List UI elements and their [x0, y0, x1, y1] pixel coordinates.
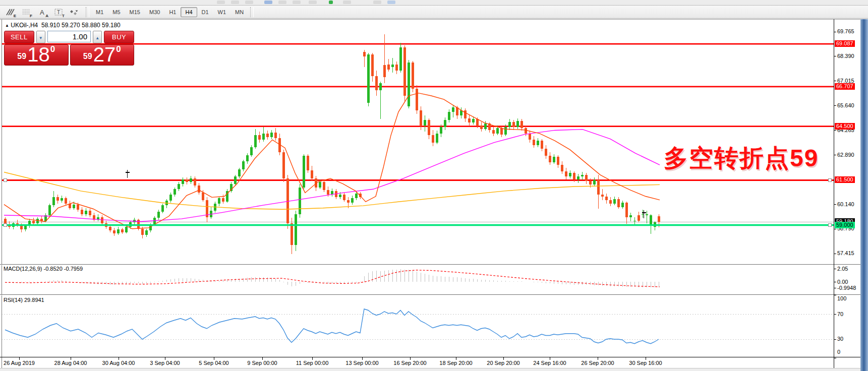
- price-axis-flag: 69.087: [835, 40, 855, 47]
- lot-increase-button[interactable]: ▲: [93, 31, 102, 43]
- time-axis-label: 13 Sep 00:00: [345, 360, 378, 366]
- symbol-timeframe: UKOil-,H4: [11, 22, 38, 29]
- time-axis-label: 20 Sep 20:00: [487, 360, 519, 366]
- macd-axis-label: 2.05: [837, 266, 848, 272]
- time-axis-label: 3 Sep 04:00: [150, 360, 180, 366]
- price-axis-label: 62.890: [837, 152, 854, 158]
- price-axis-flag: 66.707: [835, 83, 855, 90]
- one-click-trading-panel: SELL ▼ ▲ BUY 59180 59270: [4, 31, 134, 66]
- macd-label: MACD(12,26,9) -0.8520 -0.7959: [4, 266, 83, 272]
- time-axis-label: 26 Aug 2019: [4, 360, 35, 366]
- buy-price-prefix: 59: [83, 52, 92, 61]
- price-axis-flag: 59.000: [835, 222, 855, 228]
- sell-price-prefix: 59: [17, 52, 26, 61]
- time-axis-label: 5 Sep 04:00: [199, 360, 228, 366]
- price-axis-label: 65.640: [837, 102, 854, 109]
- symbol-header: ▲ UKOil-,H4 58.910 59.270 58.880 59.180: [5, 22, 121, 29]
- window-edge-strip: [860, 19, 868, 371]
- sell-button[interactable]: SELL: [4, 31, 34, 43]
- time-axis-label: 24 Sep 16:00: [533, 360, 566, 366]
- macd-axis-label: 0.00: [837, 279, 848, 285]
- rsi-axis-label: 100: [837, 295, 846, 302]
- time-axis-label: 16 Sep 20:00: [393, 360, 426, 366]
- price-axis-flag: 61.500: [835, 176, 855, 183]
- sell-price-sup: 0: [50, 44, 55, 54]
- time-axis-label: 9 Sep 00:00: [247, 360, 277, 366]
- lot-size-input[interactable]: [47, 31, 91, 42]
- time-axis-label: 26 Sep 20:00: [581, 360, 614, 366]
- time-axis-label: 11 Sep 00:00: [296, 360, 329, 366]
- macd-axis-label: -0.9948: [837, 285, 856, 291]
- buy-price-sup: 0: [116, 44, 121, 54]
- ohlc-values: 58.910 59.270 58.880 59.180: [41, 22, 121, 29]
- price-axis-label: 57.415: [837, 250, 854, 257]
- arrow-down-icon: ▼: [39, 36, 43, 40]
- rsi-label: RSI(14) 29.8941: [4, 297, 44, 303]
- price-axis-flag: 64.500: [835, 123, 855, 130]
- rsi-value: 29.8941: [24, 297, 44, 303]
- time-axis-label: 30 Sep 16:00: [629, 360, 662, 366]
- lot-decrease-button[interactable]: ▼: [36, 31, 45, 43]
- price-axis-label: 60.140: [837, 201, 854, 208]
- macd-values: -0.8520 -0.7959: [43, 266, 83, 272]
- chart-annotation-text: 多空转折点59: [664, 142, 819, 174]
- arrow-up-icon: ▲: [95, 36, 99, 40]
- collapse-arrow-icon[interactable]: ▲: [5, 23, 9, 28]
- time-axis-label: 30 Aug 04:00: [102, 360, 135, 366]
- time-axis-label: 18 Sep 20:00: [439, 360, 472, 366]
- price-axis-label: 68.390: [837, 53, 854, 59]
- rsi-axis-label: 70: [837, 311, 843, 318]
- rsi-axis-label: 30: [837, 336, 843, 342]
- price-axis-label: 69.765: [837, 28, 854, 35]
- buy-price-tile[interactable]: 59270: [70, 44, 135, 66]
- buy-button[interactable]: BUY: [104, 31, 134, 43]
- rsi-axis-label: 0: [837, 349, 840, 355]
- time-axis-label: 28 Aug 04:00: [54, 360, 87, 366]
- buy-price-big: 27: [93, 45, 116, 64]
- sell-price-big: 18: [27, 45, 50, 64]
- status-strip: [0, 368, 860, 371]
- sell-price-tile[interactable]: 59180: [4, 44, 69, 66]
